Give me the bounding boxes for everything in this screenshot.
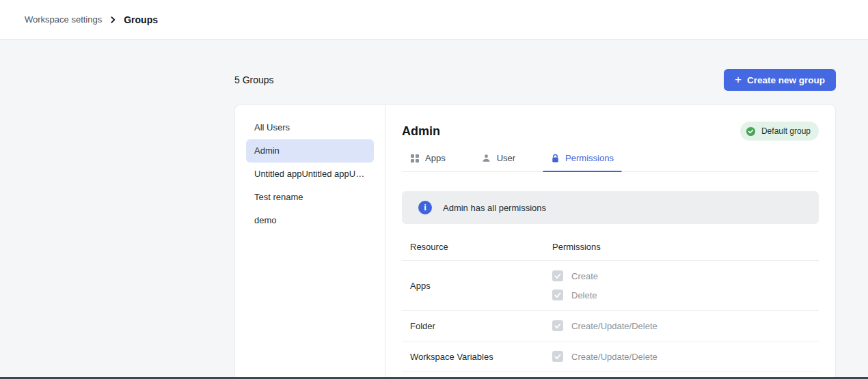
info-icon: i (418, 201, 432, 214)
checkbox-checked-disabled-icon (552, 351, 563, 362)
groups-count-label: 5 Groups (234, 74, 274, 85)
tab-user[interactable]: User (473, 153, 524, 171)
header-resource: Resource (402, 242, 552, 252)
groups-page: 5 Groups + Create new group All Users Ad… (234, 69, 836, 379)
group-list-item-test-rename[interactable]: Test rename (246, 186, 374, 209)
plus-icon: + (735, 74, 742, 85)
table-row-apps: Apps Create Delete (402, 261, 819, 311)
breadcrumb-workspace-settings[interactable]: Workspace settings (25, 14, 102, 25)
checkbox-checked-disabled-icon (552, 290, 563, 300)
permissions-info-text: Admin has all permissions (443, 203, 546, 213)
lock-icon (551, 154, 560, 163)
permissions-info-banner: i Admin has all permissions (402, 191, 819, 224)
header-permissions: Permissions (552, 242, 819, 252)
permission-apps-delete: Delete (552, 290, 819, 300)
permission-options: Create/Update/Delete (552, 320, 819, 331)
checkbox-checked-disabled-icon (552, 320, 563, 331)
groups-card: All Users Admin Untitled appUntitled app… (234, 104, 836, 379)
tab-user-label: User (497, 153, 515, 163)
group-tabs: Apps User Permissions (402, 153, 819, 172)
table-row-workspace-variables: Workspace Variables Create/Update/Delete (402, 341, 819, 372)
permission-workspace-variables-cud: Create/Update/Delete (552, 351, 819, 362)
permission-label: Create/Update/Delete (571, 352, 657, 362)
tab-permissions-label: Permissions (565, 153, 614, 163)
permission-folder-cud: Create/Update/Delete (552, 320, 819, 331)
permission-label: Delete (571, 290, 597, 300)
resource-name: Apps (402, 281, 552, 291)
default-group-badge-label: Default group (761, 126, 811, 136)
apps-grid-icon (410, 154, 420, 163)
permission-options: Create Delete (552, 270, 819, 300)
group-list-item-untitled-app[interactable]: Untitled appUntitled appUntitle… (246, 163, 374, 186)
permission-label: Create (571, 271, 598, 281)
create-new-group-label: Create new group (747, 75, 825, 85)
breadcrumb: Workspace settings Groups (25, 14, 158, 25)
groups-toolbar: 5 Groups + Create new group (234, 69, 836, 91)
permission-apps-create: Create (552, 270, 819, 281)
user-icon (481, 153, 491, 163)
tab-apps[interactable]: Apps (402, 153, 454, 171)
breadcrumb-current-groups: Groups (124, 14, 158, 25)
chevron-right-icon (109, 16, 117, 24)
default-group-badge: Default group (740, 122, 819, 141)
resource-name: Folder (402, 321, 552, 331)
group-title: Admin (402, 124, 440, 139)
tab-apps-label: Apps (425, 153, 446, 163)
create-new-group-button[interactable]: + Create new group (724, 69, 836, 91)
permissions-table-header: Resource Permissions (402, 236, 819, 261)
permissions-table: Resource Permissions Apps Create (402, 236, 819, 372)
group-list: All Users Admin Untitled appUntitled app… (235, 105, 385, 379)
tab-permissions[interactable]: Permissions (543, 153, 622, 171)
group-detail: Admin Default group Apps (385, 105, 835, 379)
check-circle-icon (746, 126, 756, 137)
table-row-folder: Folder Create/Update/Delete (402, 311, 819, 341)
group-list-item-demo[interactable]: demo (246, 209, 374, 232)
resource-name: Workspace Variables (402, 352, 552, 362)
checkbox-checked-disabled-icon (552, 270, 563, 281)
group-list-item-all-users[interactable]: All Users (246, 116, 374, 139)
permission-options: Create/Update/Delete (552, 351, 819, 362)
group-list-item-admin[interactable]: Admin (246, 139, 374, 163)
permission-label: Create/Update/Delete (571, 321, 657, 331)
group-detail-header: Admin Default group (402, 122, 819, 141)
top-header: Workspace settings Groups (0, 0, 868, 40)
